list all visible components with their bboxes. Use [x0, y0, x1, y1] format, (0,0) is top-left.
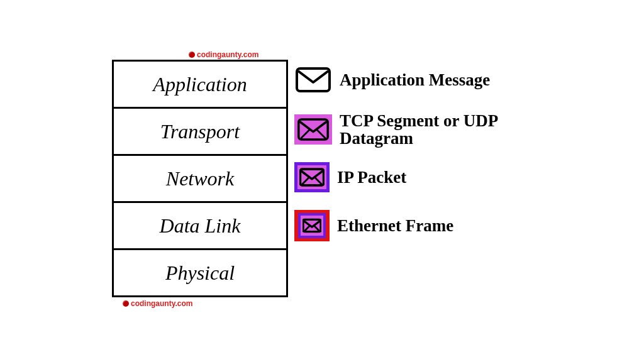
pdu-label: Application Message	[340, 71, 490, 89]
layer-network: Network	[112, 154, 288, 203]
layer-transport: Transport	[112, 107, 288, 156]
svg-rect-0	[297, 69, 330, 91]
pdu-row-datalink: Ethernet Frame	[294, 210, 453, 241]
pdu-label: IP Packet	[337, 168, 406, 186]
envelope-icon	[294, 210, 330, 241]
envelope-icon	[294, 162, 330, 192]
pdu-label: Ethernet Frame	[337, 217, 453, 234]
watermark-dot-icon	[123, 300, 129, 307]
watermark-text: codingaunty.com	[197, 50, 258, 59]
watermark-dot-icon	[189, 52, 195, 58]
watermark-top: codingaunty.com	[189, 50, 258, 59]
layer-physical: Physical	[112, 248, 288, 297]
layer-label: Network	[166, 167, 234, 190]
watermark-text: codingaunty.com	[131, 299, 192, 308]
pdu-row-application: Application Message	[294, 65, 490, 94]
pdu-row-transport: TCP Segment or UDP Datagram	[294, 112, 560, 148]
watermark-bottom: codingaunty.com	[123, 299, 192, 308]
pdu-row-network: IP Packet	[294, 162, 406, 192]
layer-stack: Application Transport Network Data Link …	[112, 60, 288, 297]
layer-label: Data Link	[160, 214, 241, 238]
envelope-icon	[294, 114, 332, 145]
layer-label: Transport	[160, 120, 240, 143]
layer-application: Application	[112, 60, 288, 109]
pdu-label: TCP Segment or UDP Datagram	[340, 112, 560, 148]
layer-datalink: Data Link	[112, 201, 288, 250]
layer-label: Application	[153, 73, 247, 96]
layer-label: Physical	[165, 261, 235, 285]
envelope-icon	[294, 65, 332, 94]
